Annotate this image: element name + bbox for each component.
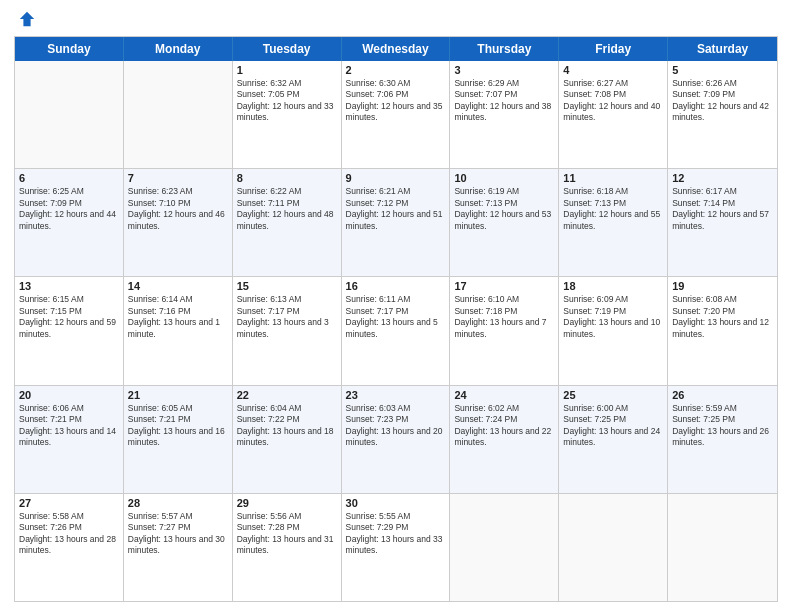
- day-number: 9: [346, 172, 446, 184]
- day-info: Sunrise: 6:00 AM Sunset: 7:25 PM Dayligh…: [563, 403, 663, 449]
- day-info: Sunrise: 5:55 AM Sunset: 7:29 PM Dayligh…: [346, 511, 446, 557]
- day-number: 2: [346, 64, 446, 76]
- svg-marker-0: [20, 12, 34, 26]
- table-row: 17Sunrise: 6:10 AM Sunset: 7:18 PM Dayli…: [450, 277, 559, 384]
- calendar-row: 27Sunrise: 5:58 AM Sunset: 7:26 PM Dayli…: [15, 493, 777, 601]
- day-info: Sunrise: 6:06 AM Sunset: 7:21 PM Dayligh…: [19, 403, 119, 449]
- day-info: Sunrise: 6:09 AM Sunset: 7:19 PM Dayligh…: [563, 294, 663, 340]
- day-number: 5: [672, 64, 773, 76]
- table-row: 26Sunrise: 5:59 AM Sunset: 7:25 PM Dayli…: [668, 386, 777, 493]
- table-row: 8Sunrise: 6:22 AM Sunset: 7:11 PM Daylig…: [233, 169, 342, 276]
- table-row: 16Sunrise: 6:11 AM Sunset: 7:17 PM Dayli…: [342, 277, 451, 384]
- day-info: Sunrise: 6:04 AM Sunset: 7:22 PM Dayligh…: [237, 403, 337, 449]
- table-row: 22Sunrise: 6:04 AM Sunset: 7:22 PM Dayli…: [233, 386, 342, 493]
- day-info: Sunrise: 6:17 AM Sunset: 7:14 PM Dayligh…: [672, 186, 773, 232]
- header-saturday: Saturday: [668, 37, 777, 61]
- day-info: Sunrise: 5:57 AM Sunset: 7:27 PM Dayligh…: [128, 511, 228, 557]
- day-info: Sunrise: 6:15 AM Sunset: 7:15 PM Dayligh…: [19, 294, 119, 340]
- day-info: Sunrise: 6:21 AM Sunset: 7:12 PM Dayligh…: [346, 186, 446, 232]
- header-sunday: Sunday: [15, 37, 124, 61]
- day-info: Sunrise: 6:08 AM Sunset: 7:20 PM Dayligh…: [672, 294, 773, 340]
- day-number: 13: [19, 280, 119, 292]
- day-info: Sunrise: 6:05 AM Sunset: 7:21 PM Dayligh…: [128, 403, 228, 449]
- day-number: 27: [19, 497, 119, 509]
- table-row: 14Sunrise: 6:14 AM Sunset: 7:16 PM Dayli…: [124, 277, 233, 384]
- day-number: 10: [454, 172, 554, 184]
- table-row: 23Sunrise: 6:03 AM Sunset: 7:23 PM Dayli…: [342, 386, 451, 493]
- day-number: 30: [346, 497, 446, 509]
- day-number: 29: [237, 497, 337, 509]
- logo-icon: [18, 10, 36, 28]
- day-info: Sunrise: 6:14 AM Sunset: 7:16 PM Dayligh…: [128, 294, 228, 340]
- day-info: Sunrise: 6:13 AM Sunset: 7:17 PM Dayligh…: [237, 294, 337, 340]
- day-number: 11: [563, 172, 663, 184]
- header-monday: Monday: [124, 37, 233, 61]
- calendar-header: Sunday Monday Tuesday Wednesday Thursday…: [15, 37, 777, 61]
- calendar-row: 20Sunrise: 6:06 AM Sunset: 7:21 PM Dayli…: [15, 385, 777, 493]
- day-info: Sunrise: 6:03 AM Sunset: 7:23 PM Dayligh…: [346, 403, 446, 449]
- page: Sunday Monday Tuesday Wednesday Thursday…: [0, 0, 792, 612]
- table-row: 4Sunrise: 6:27 AM Sunset: 7:08 PM Daylig…: [559, 61, 668, 168]
- day-number: 15: [237, 280, 337, 292]
- day-info: Sunrise: 6:27 AM Sunset: 7:08 PM Dayligh…: [563, 78, 663, 124]
- table-row: 25Sunrise: 6:00 AM Sunset: 7:25 PM Dayli…: [559, 386, 668, 493]
- day-info: Sunrise: 5:56 AM Sunset: 7:28 PM Dayligh…: [237, 511, 337, 557]
- day-number: 25: [563, 389, 663, 401]
- day-number: 23: [346, 389, 446, 401]
- header: [14, 10, 778, 28]
- day-info: Sunrise: 6:19 AM Sunset: 7:13 PM Dayligh…: [454, 186, 554, 232]
- day-info: Sunrise: 6:23 AM Sunset: 7:10 PM Dayligh…: [128, 186, 228, 232]
- table-row: 24Sunrise: 6:02 AM Sunset: 7:24 PM Dayli…: [450, 386, 559, 493]
- day-info: Sunrise: 6:32 AM Sunset: 7:05 PM Dayligh…: [237, 78, 337, 124]
- table-row: 21Sunrise: 6:05 AM Sunset: 7:21 PM Dayli…: [124, 386, 233, 493]
- day-info: Sunrise: 6:10 AM Sunset: 7:18 PM Dayligh…: [454, 294, 554, 340]
- day-number: 19: [672, 280, 773, 292]
- day-number: 28: [128, 497, 228, 509]
- header-friday: Friday: [559, 37, 668, 61]
- day-number: 14: [128, 280, 228, 292]
- table-row: [124, 61, 233, 168]
- day-number: 26: [672, 389, 773, 401]
- table-row: 1Sunrise: 6:32 AM Sunset: 7:05 PM Daylig…: [233, 61, 342, 168]
- day-number: 22: [237, 389, 337, 401]
- day-number: 1: [237, 64, 337, 76]
- day-number: 12: [672, 172, 773, 184]
- day-info: Sunrise: 6:18 AM Sunset: 7:13 PM Dayligh…: [563, 186, 663, 232]
- day-info: Sunrise: 6:26 AM Sunset: 7:09 PM Dayligh…: [672, 78, 773, 124]
- calendar-row: 1Sunrise: 6:32 AM Sunset: 7:05 PM Daylig…: [15, 61, 777, 168]
- day-info: Sunrise: 5:58 AM Sunset: 7:26 PM Dayligh…: [19, 511, 119, 557]
- table-row: 6Sunrise: 6:25 AM Sunset: 7:09 PM Daylig…: [15, 169, 124, 276]
- calendar-row: 6Sunrise: 6:25 AM Sunset: 7:09 PM Daylig…: [15, 168, 777, 276]
- table-row: 10Sunrise: 6:19 AM Sunset: 7:13 PM Dayli…: [450, 169, 559, 276]
- table-row: [450, 494, 559, 601]
- header-tuesday: Tuesday: [233, 37, 342, 61]
- table-row: 19Sunrise: 6:08 AM Sunset: 7:20 PM Dayli…: [668, 277, 777, 384]
- calendar-row: 13Sunrise: 6:15 AM Sunset: 7:15 PM Dayli…: [15, 276, 777, 384]
- calendar-body: 1Sunrise: 6:32 AM Sunset: 7:05 PM Daylig…: [15, 61, 777, 601]
- day-info: Sunrise: 6:29 AM Sunset: 7:07 PM Dayligh…: [454, 78, 554, 124]
- table-row: 7Sunrise: 6:23 AM Sunset: 7:10 PM Daylig…: [124, 169, 233, 276]
- table-row: 9Sunrise: 6:21 AM Sunset: 7:12 PM Daylig…: [342, 169, 451, 276]
- day-number: 21: [128, 389, 228, 401]
- table-row: 2Sunrise: 6:30 AM Sunset: 7:06 PM Daylig…: [342, 61, 451, 168]
- table-row: 3Sunrise: 6:29 AM Sunset: 7:07 PM Daylig…: [450, 61, 559, 168]
- day-number: 16: [346, 280, 446, 292]
- calendar: Sunday Monday Tuesday Wednesday Thursday…: [14, 36, 778, 602]
- day-number: 7: [128, 172, 228, 184]
- table-row: 20Sunrise: 6:06 AM Sunset: 7:21 PM Dayli…: [15, 386, 124, 493]
- table-row: 27Sunrise: 5:58 AM Sunset: 7:26 PM Dayli…: [15, 494, 124, 601]
- table-row: 15Sunrise: 6:13 AM Sunset: 7:17 PM Dayli…: [233, 277, 342, 384]
- table-row: 28Sunrise: 5:57 AM Sunset: 7:27 PM Dayli…: [124, 494, 233, 601]
- day-info: Sunrise: 6:25 AM Sunset: 7:09 PM Dayligh…: [19, 186, 119, 232]
- day-number: 18: [563, 280, 663, 292]
- day-number: 8: [237, 172, 337, 184]
- day-number: 24: [454, 389, 554, 401]
- header-wednesday: Wednesday: [342, 37, 451, 61]
- table-row: 11Sunrise: 6:18 AM Sunset: 7:13 PM Dayli…: [559, 169, 668, 276]
- table-row: 30Sunrise: 5:55 AM Sunset: 7:29 PM Dayli…: [342, 494, 451, 601]
- day-number: 3: [454, 64, 554, 76]
- day-number: 4: [563, 64, 663, 76]
- table-row: [15, 61, 124, 168]
- day-number: 6: [19, 172, 119, 184]
- day-info: Sunrise: 5:59 AM Sunset: 7:25 PM Dayligh…: [672, 403, 773, 449]
